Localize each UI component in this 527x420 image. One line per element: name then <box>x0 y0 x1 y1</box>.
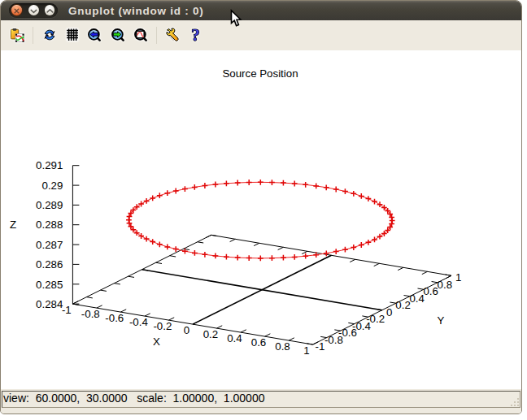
svg-text:1: 1 <box>455 271 461 284</box>
svg-text:0.285: 0.285 <box>36 278 63 290</box>
svg-text:-0.6: -0.6 <box>105 311 124 323</box>
svg-text:Y: Y <box>438 314 445 327</box>
svg-text:-0.4: -0.4 <box>129 315 148 327</box>
svg-text:0.2: 0.2 <box>395 299 411 311</box>
svg-text:0: 0 <box>386 305 392 318</box>
svg-text:0.288: 0.288 <box>36 219 63 231</box>
svg-text:X: X <box>153 336 160 348</box>
svg-text:0.4: 0.4 <box>409 292 425 304</box>
svg-text:0.4: 0.4 <box>227 331 242 344</box>
svg-text:0.289: 0.289 <box>36 199 63 211</box>
svg-text:-0.8: -0.8 <box>81 307 100 319</box>
svg-text:Z: Z <box>10 219 16 231</box>
svg-text:0.2: 0.2 <box>203 327 219 340</box>
svg-text:0.286: 0.286 <box>36 258 63 271</box>
svg-text:-0.2: -0.2 <box>153 319 172 331</box>
svg-text:-1: -1 <box>62 303 72 315</box>
svg-text:0.6: 0.6 <box>251 336 267 348</box>
svg-text:0.287: 0.287 <box>36 238 63 250</box>
svg-text:0: 0 <box>184 323 189 336</box>
svg-text:0.291: 0.291 <box>36 159 63 171</box>
svg-text:0.8: 0.8 <box>438 278 453 290</box>
svg-text:Source Position: Source Position <box>222 67 298 79</box>
svg-text:?: ? <box>191 28 200 41</box>
svg-text:-0.2: -0.2 <box>366 313 385 325</box>
svg-text:0.6: 0.6 <box>423 285 438 297</box>
svg-text:0.29: 0.29 <box>42 179 63 191</box>
svg-text:-1: -1 <box>315 340 324 353</box>
svg-text:0.284: 0.284 <box>36 297 63 310</box>
svg-text:1: 1 <box>303 344 309 356</box>
svg-text:0.8: 0.8 <box>275 340 290 352</box>
